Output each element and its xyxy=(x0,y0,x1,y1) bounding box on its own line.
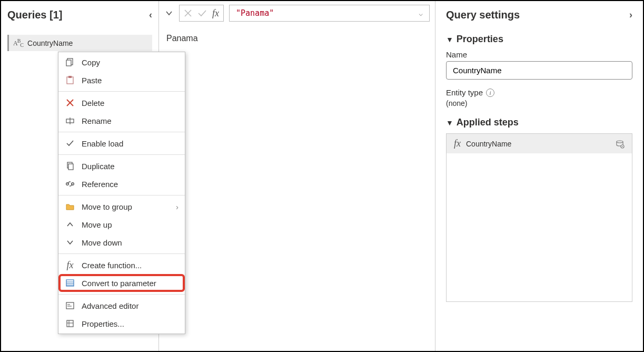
query-item[interactable]: ABC CountryName xyxy=(7,35,152,51)
svg-rect-1 xyxy=(66,60,71,66)
chevron-down-icon: ▼ xyxy=(446,35,453,44)
chevron-down-icon xyxy=(65,237,75,248)
entity-type-value: (none) xyxy=(446,99,632,107)
applied-steps-list: fx CountryName xyxy=(446,133,632,302)
text-type-icon: ABC xyxy=(13,38,23,48)
collapse-right-icon[interactable]: › xyxy=(629,9,632,21)
settings-pane: Query settings › ▼ Properties Name Entit… xyxy=(435,1,643,351)
chevron-up-icon xyxy=(65,219,75,230)
menu-label: Convert to parameter xyxy=(82,279,156,288)
entity-type-label: Entity type i xyxy=(446,88,632,97)
menu-separator xyxy=(58,195,185,195)
menu-label: Copy xyxy=(82,58,100,67)
svg-point-11 xyxy=(72,183,74,185)
menu-label: Duplicate xyxy=(82,162,115,171)
collapse-left-icon[interactable]: ‹ xyxy=(149,9,152,21)
folder-icon xyxy=(65,201,75,212)
svg-point-24 xyxy=(617,141,623,143)
paste-icon xyxy=(65,75,75,85)
menu-label: Advanced editor xyxy=(82,301,138,310)
menu-separator xyxy=(58,154,185,155)
menu-separator xyxy=(58,294,185,295)
menu-create-function[interactable]: fx Create function... xyxy=(58,256,185,274)
menu-advanced-editor[interactable]: Advanced editor xyxy=(58,297,185,315)
applied-step[interactable]: fx CountryName xyxy=(447,134,632,153)
name-label: Name xyxy=(446,50,632,59)
formula-action-box: fx xyxy=(179,5,224,22)
delete-icon xyxy=(65,97,75,108)
svg-rect-19 xyxy=(67,320,73,327)
copy-icon xyxy=(65,57,75,67)
settings-title: Query settings xyxy=(446,9,520,21)
chevron-down-icon[interactable] xyxy=(164,8,174,18)
step-settings-icon[interactable] xyxy=(615,139,625,149)
confirm-icon[interactable] xyxy=(197,9,207,17)
menu-rename[interactable]: Rename xyxy=(58,112,185,130)
query-item-label: CountryName xyxy=(27,39,73,47)
menu-label: Delete xyxy=(82,99,104,107)
menu-label: Move to group xyxy=(82,202,132,211)
context-menu: Copy Paste Delete Rename Enable lo xyxy=(58,52,185,334)
step-label: CountryName xyxy=(466,140,511,148)
chevron-down-icon[interactable]: ⌵ xyxy=(419,9,423,17)
fx-icon[interactable]: fx xyxy=(212,8,219,19)
menu-paste[interactable]: Paste xyxy=(58,71,185,89)
svg-point-26 xyxy=(622,146,623,147)
reference-icon xyxy=(65,179,75,189)
menu-delete[interactable]: Delete xyxy=(58,94,185,112)
menu-label: Paste xyxy=(82,76,102,85)
fx-icon: fx xyxy=(65,260,75,270)
menu-move-up[interactable]: Move up xyxy=(58,216,185,233)
menu-enable-load[interactable]: Enable load xyxy=(58,134,185,152)
parameter-icon xyxy=(65,278,75,288)
section-label: Applied steps xyxy=(457,117,519,128)
formula-value: "Panama" xyxy=(236,8,274,18)
chevron-down-icon: ▼ xyxy=(446,119,453,127)
svg-rect-9 xyxy=(68,164,73,170)
menu-duplicate[interactable]: Duplicate xyxy=(58,157,185,175)
menu-separator xyxy=(58,253,185,254)
rename-icon xyxy=(65,115,75,126)
menu-separator xyxy=(58,132,185,132)
advanced-editor-icon xyxy=(65,300,75,311)
menu-label: Enable load xyxy=(82,139,123,148)
name-input[interactable] xyxy=(446,61,632,80)
menu-label: Create function... xyxy=(82,261,142,270)
applied-steps-section-toggle[interactable]: ▼ Applied steps xyxy=(446,117,632,128)
menu-label: Properties... xyxy=(82,319,124,328)
settings-header: Query settings › xyxy=(446,5,632,24)
menu-copy[interactable]: Copy xyxy=(58,53,185,71)
formula-bar: fx "Panama" ⌵ xyxy=(164,3,430,23)
check-icon xyxy=(65,138,75,149)
queries-title: Queries [1] xyxy=(7,9,62,21)
svg-rect-16 xyxy=(66,302,74,309)
formula-input[interactable]: "Panama" ⌵ xyxy=(229,5,430,22)
queries-header: Queries [1] ‹ xyxy=(7,5,152,24)
menu-move-down[interactable]: Move down xyxy=(58,233,185,251)
properties-section-toggle[interactable]: ▼ Properties xyxy=(446,34,632,45)
menu-properties[interactable]: Properties... xyxy=(58,315,185,333)
menu-move-to-group[interactable]: Move to group › xyxy=(58,198,185,216)
cancel-icon[interactable] xyxy=(184,9,192,17)
menu-label: Move up xyxy=(82,220,112,229)
info-icon[interactable]: i xyxy=(486,89,494,97)
queries-pane: Queries [1] ‹ ABC CountryName Copy Paste… xyxy=(1,1,159,351)
duplicate-icon xyxy=(65,161,75,171)
menu-separator xyxy=(58,91,185,92)
menu-label: Rename xyxy=(82,116,112,125)
menu-convert-to-parameter[interactable]: Convert to parameter xyxy=(58,274,185,292)
properties-icon xyxy=(65,318,75,329)
chevron-right-icon: › xyxy=(176,202,179,211)
center-pane: fx "Panama" ⌵ Panama xyxy=(159,1,435,351)
menu-reference[interactable]: Reference xyxy=(58,175,185,193)
menu-label: Move down xyxy=(82,238,122,247)
menu-label: Reference xyxy=(82,180,118,189)
fx-icon: fx xyxy=(454,138,461,149)
svg-rect-3 xyxy=(68,76,72,78)
output-value: Panama xyxy=(164,23,430,54)
svg-point-10 xyxy=(66,183,69,185)
section-label: Properties xyxy=(457,34,503,45)
